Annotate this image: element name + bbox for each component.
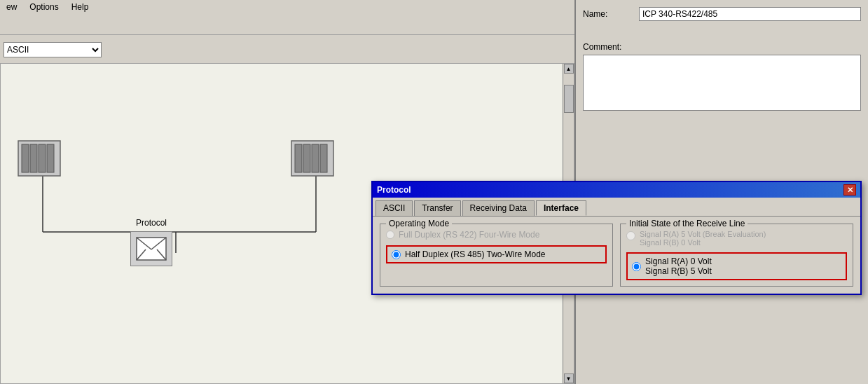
comment-box[interactable] bbox=[583, 55, 861, 111]
dialog-close-button[interactable]: ✕ bbox=[843, 184, 856, 196]
toolbar bbox=[0, 14, 574, 35]
comment-section: Comment: bbox=[583, 42, 861, 111]
svg-rect-13 bbox=[312, 144, 319, 172]
dialog-title: Protocol bbox=[377, 185, 411, 195]
radio-signal-ra5v-group: Signal R(A) 5 Volt (Break Evaluation) Si… bbox=[626, 230, 847, 247]
initial-state-title: Initial State of the Receive Line bbox=[626, 219, 748, 228]
tab-receiving-data[interactable]: Receiving Data bbox=[462, 200, 535, 216]
radio-half-duplex[interactable] bbox=[392, 250, 401, 259]
svg-rect-8 bbox=[39, 144, 46, 172]
signal-ra0v-selected-option: Signal R(A) 0 Volt Signal R(B) 5 Volt bbox=[626, 252, 847, 280]
operating-mode-group: Operating Mode Full Duplex (RS 422) Four… bbox=[380, 224, 613, 287]
protocol-block: Protocol bbox=[130, 218, 172, 266]
envelope-icon[interactable] bbox=[130, 231, 172, 266]
scrollbar-thumb[interactable] bbox=[564, 85, 574, 113]
svg-rect-11 bbox=[295, 144, 302, 172]
dialog-titlebar: Protocol ✕ bbox=[373, 182, 860, 198]
radio-signal-ra5v bbox=[626, 231, 635, 240]
menu-ew[interactable]: ew bbox=[4, 1, 20, 13]
ascii-select[interactable]: ASCII bbox=[4, 42, 102, 57]
signal-ra5v-line2: Signal R(B) 0 Volt bbox=[640, 238, 766, 247]
name-label: Name: bbox=[583, 9, 639, 19]
menu-help[interactable]: Help bbox=[69, 1, 92, 13]
menu-options[interactable]: Options bbox=[27, 1, 61, 13]
half-duplex-selected-option: Half Duplex (RS 485) Two-Wire Mode bbox=[386, 245, 607, 263]
half-duplex-label: Half Duplex (RS 485) Two-Wire Mode bbox=[405, 249, 546, 259]
svg-rect-12 bbox=[303, 144, 310, 172]
menu-bar: ew Options Help bbox=[0, 0, 574, 14]
signal-ra5v-line1: Signal R(A) 5 Volt (Break Evaluation) bbox=[640, 230, 766, 238]
svg-rect-14 bbox=[320, 144, 327, 172]
svg-rect-6 bbox=[22, 144, 29, 172]
svg-rect-7 bbox=[30, 144, 37, 172]
full-duplex-label: Full Duplex (RS 422) Four-Wire Mode bbox=[399, 230, 539, 240]
radio-full-duplex-row: Full Duplex (RS 422) Four-Wire Mode bbox=[386, 230, 607, 240]
ascii-dropdown-container: ASCII bbox=[4, 42, 102, 57]
name-value: ICP 340-RS422/485 bbox=[639, 7, 861, 21]
signal-ra0v-line2: Signal R(B) 5 Volt bbox=[645, 266, 712, 276]
dialog-body: Operating Mode Full Duplex (RS 422) Four… bbox=[373, 217, 860, 294]
comment-label: Comment: bbox=[583, 42, 861, 52]
protocol-dialog: Protocol ✕ ASCII Transfer Receiving Data… bbox=[371, 181, 862, 295]
protocol-label: Protocol bbox=[136, 218, 167, 228]
radio-full-duplex[interactable] bbox=[386, 231, 394, 239]
plc-left bbox=[15, 134, 71, 185]
tab-transfer[interactable]: Transfer bbox=[414, 200, 460, 216]
name-field-row: Name: ICP 340-RS422/485 bbox=[583, 7, 861, 21]
signal-ra0v-line1: Signal R(A) 0 Volt bbox=[645, 256, 712, 266]
svg-rect-9 bbox=[47, 144, 54, 172]
tab-ascii[interactable]: ASCII bbox=[376, 200, 413, 216]
operating-mode-title: Operating Mode bbox=[386, 219, 452, 228]
dialog-tabs: ASCII Transfer Receiving Data Interface bbox=[373, 198, 860, 217]
plc-right bbox=[288, 134, 344, 185]
tab-interface[interactable]: Interface bbox=[536, 200, 586, 216]
radio-signal-ra0v[interactable] bbox=[632, 262, 641, 271]
initial-state-group: Initial State of the Receive Line Signal… bbox=[620, 224, 853, 287]
